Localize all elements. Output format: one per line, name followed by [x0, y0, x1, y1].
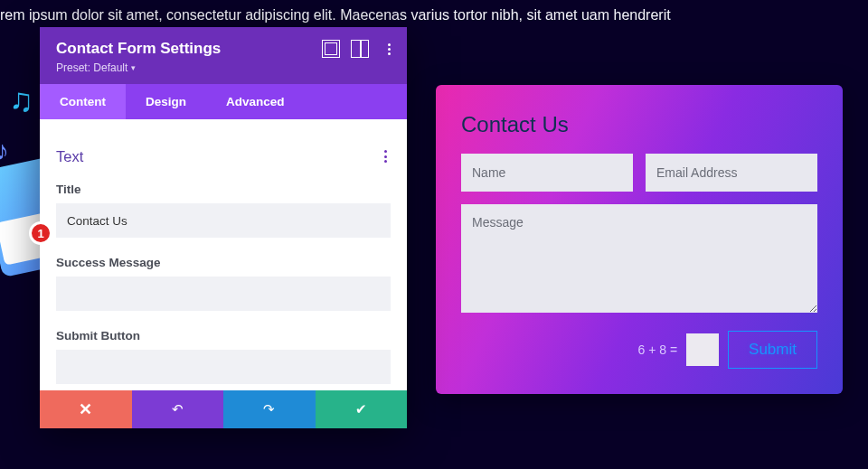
captcha-question: 6 + 8 = — [637, 342, 677, 357]
columns-icon[interactable] — [351, 40, 369, 58]
panel-footer: ✕ ↶ ↷ ✔ — [40, 390, 407, 428]
tab-content[interactable]: Content — [40, 84, 126, 119]
contact-form-preview: Contact Us 6 + 8 = Submit — [436, 85, 843, 394]
annotation-marker-1: 1 — [29, 221, 52, 245]
panel-body: Text Title Success Message Submit Button — [40, 119, 407, 390]
title-input[interactable] — [56, 203, 391, 238]
email-field[interactable] — [646, 154, 817, 192]
preset-label: Preset: Default — [56, 61, 127, 74]
music-note-icon: ♪ — [0, 136, 9, 166]
settings-tabs: Content Design Advanced — [40, 84, 407, 119]
tab-advanced[interactable]: Advanced — [206, 84, 305, 119]
save-button[interactable]: ✔ — [316, 390, 408, 428]
redo-button[interactable]: ↷ — [223, 390, 316, 428]
message-field[interactable] — [461, 204, 817, 313]
captcha-answer-input[interactable] — [686, 333, 719, 366]
field-success-message: Success Message — [56, 256, 391, 311]
section-title-text: Text — [56, 148, 83, 165]
name-field[interactable] — [461, 154, 633, 192]
form-heading: Contact Us — [461, 112, 817, 137]
field-title: Title — [56, 183, 391, 238]
field-submit-button: Submit Button — [56, 329, 391, 384]
field-label: Title — [56, 183, 391, 196]
section-options-icon[interactable] — [381, 146, 391, 166]
tab-design[interactable]: Design — [126, 84, 206, 119]
preset-selector[interactable]: Preset: Default ▾ — [56, 61, 136, 74]
panel-header[interactable]: Contact Form Settings Preset: Default ▾ — [40, 27, 407, 84]
music-note-icon: ♫ — [9, 81, 33, 119]
success-message-input[interactable] — [56, 277, 391, 311]
submit-button[interactable]: Submit — [728, 331, 817, 369]
field-label: Submit Button — [56, 329, 391, 342]
field-label: Success Message — [56, 256, 391, 269]
check-icon: ✔ — [355, 401, 367, 417]
settings-panel: Contact Form Settings Preset: Default ▾ … — [40, 27, 407, 428]
submit-button-input[interactable] — [56, 350, 391, 384]
undo-button[interactable]: ↶ — [132, 390, 224, 428]
cancel-button[interactable]: ✕ — [40, 390, 132, 428]
background-paragraph: rem ipsum dolor sit amet, consectetur ad… — [0, 4, 868, 27]
expand-icon[interactable] — [322, 40, 340, 58]
undo-icon: ↶ — [172, 401, 184, 417]
more-icon[interactable] — [380, 40, 398, 58]
close-icon: ✕ — [79, 399, 92, 419]
chevron-down-icon: ▾ — [131, 63, 136, 72]
redo-icon: ↷ — [263, 401, 275, 417]
